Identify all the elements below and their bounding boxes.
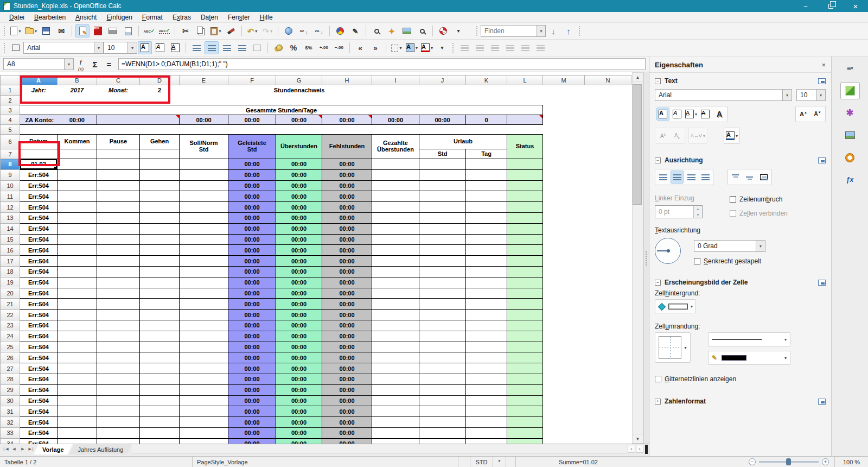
cell-r15[interactable] [466,234,507,245]
row-header-23[interactable]: 23 [1,320,20,331]
align-right-button[interactable] [220,41,234,54]
border-line-style-button[interactable]: ▾ [708,332,790,346]
sidebar-bold-button[interactable]: A [656,108,669,121]
cell-r17[interactable] [58,256,97,267]
cell-r9[interactable] [543,169,585,180]
background-color-button[interactable]: A▾ [405,41,419,54]
cell-r21[interactable] [507,299,543,310]
error-cell-a14[interactable]: Err:504 [20,223,58,234]
toolbar-grip[interactable] [4,26,5,36]
cell-r34[interactable] [180,438,228,444]
cell-r8[interactable]: 00:00 [322,159,372,170]
cell-r8[interactable] [543,159,585,170]
spellcheck-button[interactable]: ABC✓ [142,24,156,37]
cell-r4[interactable]: 00:00 [180,115,228,125]
cell-r17[interactable]: 00:00 [322,256,372,267]
cell-r29[interactable] [466,384,507,395]
cell-r1[interactable] [507,85,543,96]
zoom-out-button[interactable]: − [749,458,756,465]
cell-r26[interactable] [419,352,466,363]
email-button[interactable]: ✉ [54,24,68,37]
cell-r16[interactable] [58,245,97,256]
cell-r18[interactable] [180,266,228,277]
cell-r2[interactable] [180,96,228,105]
cell-r24[interactable]: 00:00 [322,331,372,342]
row-header-13[interactable]: 13 [1,212,20,223]
cell-r23[interactable] [585,320,631,331]
dropdown-arrow-icon[interactable]: ▾ [816,90,825,100]
cell-r9[interactable]: 00:00 [322,169,372,180]
cell-r8[interactable] [180,159,228,170]
cell-r2[interactable] [276,96,322,105]
cell-r27[interactable] [180,363,228,374]
cell-r32[interactable] [419,417,466,428]
paste-button[interactable]: ▾ [209,24,223,37]
cell-r13[interactable] [97,212,140,223]
cell-r27[interactable] [419,363,466,374]
cell-r12[interactable] [180,202,228,213]
cell-r1[interactable] [466,85,507,96]
cell-r29[interactable] [507,384,543,395]
cell-r21[interactable] [58,299,97,310]
row-header-10[interactable]: 10 [1,180,20,191]
cell-r34[interactable] [466,438,507,444]
cell-r11[interactable]: 00:00 [228,191,276,202]
error-cell-a15[interactable]: Err:504 [20,234,58,245]
cell-r27[interactable]: 00:00 [322,363,372,374]
cell-r21[interactable] [180,299,228,310]
increase-indent-button[interactable]: » [368,41,382,54]
cell-r12[interactable]: 00:00 [276,202,322,213]
cell-r16[interactable] [585,245,631,256]
cell-r31[interactable] [507,406,543,417]
cell-r6[interactable]: Urlaub [419,135,507,149]
error-cell-a16[interactable]: Err:504 [20,245,58,256]
name-box[interactable]: A8 ▾ [3,58,74,70]
scroll-down-arrow[interactable]: ▼ [633,434,643,443]
cell-r12[interactable] [419,202,466,213]
row-header-5[interactable]: 5 [1,125,20,135]
cell-r7[interactable]: Tag [466,149,507,159]
dropdown-arrow-icon[interactable]: ▾ [94,42,103,53]
row-header-14[interactable]: 14 [1,223,20,234]
cell-r1[interactable]: 2 [140,85,180,96]
menu-format[interactable]: Format [137,12,168,22]
hscroll-right-button[interactable]: › [636,445,643,453]
left-indent-spinner[interactable]: 0 pt ▲▼ [655,205,703,218]
error-cell-a30[interactable]: Err:504 [20,395,58,406]
cell-r29[interactable] [97,384,140,395]
cell-r6[interactable]: Pause [97,135,140,149]
cell-r14[interactable]: 00:00 [322,223,372,234]
cell-r7[interactable] [140,149,180,159]
error-cell-a27[interactable]: Err:504 [20,363,58,374]
cell-r6[interactable]: Fehlstunden [322,135,372,159]
cell-r10[interactable] [97,180,140,191]
cell-r13[interactable] [180,212,228,223]
cell-r24[interactable] [97,331,140,342]
spinner-down-icon[interactable]: ▼ [694,212,702,218]
new-document-button[interactable]: ▾ [9,24,23,37]
column-header-F[interactable]: F [228,75,276,85]
cell-r2[interactable] [322,96,372,105]
cell-r32[interactable]: 00:00 [322,417,372,428]
edit-mode-button[interactable]: ✎ [75,24,90,37]
vertical-scrollbar-thumb[interactable] [633,84,642,205]
cell-r8[interactable] [58,159,97,170]
navigator-button[interactable]: ✦ [385,24,399,37]
cell-r6[interactable]: Datum [20,135,58,149]
cell-r2[interactable] [466,96,507,105]
cell-r32[interactable] [585,417,631,428]
cell-r13[interactable] [585,212,631,223]
cell-r24[interactable] [372,331,419,342]
cell-r34[interactable]: 00:00 [276,438,322,444]
cell-r9[interactable] [140,169,180,180]
cell-r25[interactable] [466,342,507,352]
summary-title-cell[interactable]: Gesammte Stunden/Tage [20,105,543,115]
scroll-up-arrow[interactable]: ▲ [633,73,643,82]
cell-r31[interactable] [180,406,228,417]
cell-r12[interactable] [97,202,140,213]
cell-r10[interactable] [585,180,631,191]
cell-r2[interactable] [585,96,631,105]
error-cell-a24[interactable]: Err:504 [20,331,58,342]
cell-r20[interactable] [507,288,543,299]
cell-r10[interactable] [372,180,419,191]
